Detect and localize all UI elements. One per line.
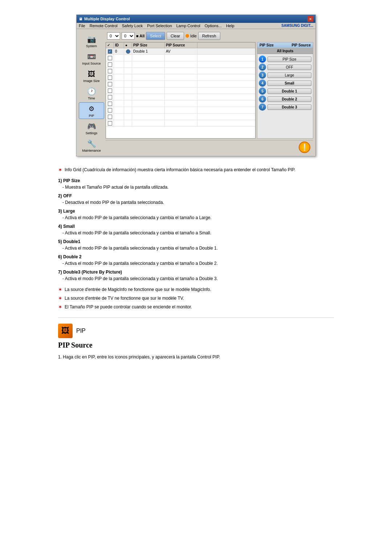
item-label: Small (268, 81, 311, 86)
checkbox-icon[interactable] (108, 108, 112, 112)
close-button[interactable]: ✕ (307, 16, 313, 22)
row-id: 0 (114, 48, 124, 54)
row-radio[interactable] (124, 48, 132, 54)
data-grid: ✓ ID ● PIP Size PIP Source ✓ 0 (106, 42, 256, 139)
item-num: 4) (58, 224, 63, 229)
rp-header-left: PIP Size (260, 43, 274, 47)
checkbox-icon[interactable] (108, 56, 112, 60)
table-row (106, 107, 255, 114)
image-size-icon: 🖼 (85, 69, 98, 79)
item-label: OFF (63, 193, 72, 198)
list-item[interactable]: 5 Double 1 (259, 87, 311, 95)
checkbox-icon[interactable] (108, 62, 112, 67)
sidebar-item-system[interactable]: 📷 System (79, 33, 104, 49)
pip-section-header: 🖼 PIP (58, 324, 334, 338)
item-number: 3 (259, 71, 266, 79)
list-item[interactable]: 2 OFF (259, 63, 311, 71)
row-checkbox[interactable]: ✓ (106, 48, 114, 54)
item-sub: Activa el modo PIP de la pantalla selecc… (62, 214, 334, 221)
checkbox-icon[interactable] (108, 115, 112, 119)
sidebar-item-input-source[interactable]: 📼 Input Source (79, 50, 104, 67)
sidebar-label-maintenance: Maintenance (82, 149, 101, 152)
sidebar-item-settings[interactable]: 🎮 Settings (79, 120, 104, 136)
bullet-note: ✶ La source d'entrée de TV ne fonctionne… (58, 295, 334, 301)
samsung-logo: SAMSUNG DIGIT... (281, 24, 313, 28)
item-label: Double1 (63, 239, 80, 244)
table-row (106, 55, 255, 61)
rp-section-header: All Inputs (257, 48, 313, 54)
window-title: Multiple Display Control (84, 17, 130, 21)
item-sub: Activa el modo PIP de la pantalla selecc… (62, 275, 334, 282)
refresh-button[interactable]: Refresh (198, 32, 220, 40)
sidebar-label-image-size: Image Size (83, 79, 99, 83)
main-area: 📷 System 📼 Input Source 🖼 Image Size 🕐 T… (77, 29, 315, 156)
note-text: El Tamaño PIP se puede controlar cuando … (65, 304, 192, 310)
checkbox-icon[interactable] (108, 95, 112, 99)
checkbox-icon[interactable] (108, 75, 112, 80)
star-icon: ✶ (58, 304, 62, 310)
pip-section-icon: 🖼 (58, 324, 73, 338)
item-label: Large (268, 73, 311, 78)
item-sub: Activa el modo PIP de la pantalla selecc… (62, 245, 334, 251)
row-pip-size: Double 1 (132, 48, 165, 54)
all-label: ■ All (136, 34, 144, 38)
sidebar-item-pip[interactable]: ⚙ PIP (79, 102, 104, 119)
system-icon: 📷 (85, 34, 98, 44)
list-item[interactable]: 4 Small (259, 79, 311, 87)
item-num: 1) (58, 178, 63, 183)
checkbox-icon[interactable] (108, 69, 112, 73)
grid-header: ✓ ID ● PIP Size PIP Source (106, 42, 255, 48)
item-label: Large (63, 209, 75, 214)
rp-header-right: PIP Source (291, 43, 311, 47)
rp-items: 1 PIP Size 2 OFF 3 Large (257, 54, 313, 112)
list-item[interactable]: 3 Large (259, 71, 311, 79)
table-row (106, 114, 255, 120)
checkbox-icon[interactable] (108, 82, 112, 86)
bottom-bar: ❕ (106, 140, 313, 154)
menu-safety-lock[interactable]: Safety Lock (122, 24, 143, 28)
table-row[interactable]: ✓ 0 Double 1 AV (106, 48, 255, 55)
list-item: 2) OFF Desactiva el modo PIP de la panta… (58, 193, 334, 206)
checkbox-icon[interactable] (108, 89, 112, 93)
select-button[interactable]: Select (146, 32, 165, 40)
sidebar-item-image-size[interactable]: 🖼 Image Size (79, 67, 104, 84)
checkbox-icon[interactable] (108, 121, 112, 126)
item-number: 7 (259, 103, 266, 111)
maintenance-icon: 🔧 (85, 139, 98, 149)
menu-port-selection[interactable]: Port Selection (147, 24, 172, 28)
menu-file[interactable]: File (79, 24, 85, 28)
col-id: ID (114, 42, 124, 48)
menu-lamp-control[interactable]: Lamp Control (176, 24, 200, 28)
menu-help[interactable]: Help (226, 24, 234, 28)
item-sub: Activa el modo PIP de la pantalla selecc… (62, 260, 334, 267)
checkbox-icon[interactable] (108, 102, 112, 106)
numbered-list: 1) PIP Size Muestra el Tamaño PIP actual… (58, 177, 334, 282)
list-item: 1) PIP Size Muestra el Tamaño PIP actual… (58, 177, 334, 190)
alert-button[interactable]: ❕ (299, 141, 310, 153)
item-number: 1 (259, 56, 266, 63)
sidebar-item-time[interactable]: 🕐 Time (79, 85, 104, 102)
item-label: Double 1 (268, 89, 311, 94)
item-number: 6 (259, 95, 266, 103)
item-num: 7) (58, 270, 63, 275)
star-icon: ✶ (58, 287, 62, 292)
item-number: 5 (259, 87, 266, 95)
item-num: 5) (58, 239, 63, 244)
list-item[interactable]: 7 Double 3 (259, 103, 311, 111)
table-row (106, 94, 255, 100)
app-window: 🖥 Multiple Display Control ✕ File Remote… (76, 15, 316, 156)
sidebar-item-maintenance[interactable]: 🔧 Maintenance (79, 137, 104, 154)
list-item[interactable]: 6 Double 2 (259, 95, 311, 103)
col-radio: ● (124, 42, 132, 48)
table-row (106, 61, 255, 68)
col-check: ✓ (106, 42, 114, 48)
menu-options[interactable]: Options... (205, 24, 222, 28)
idle-indicator: Idle (185, 34, 197, 38)
value2-select[interactable]: 0 (122, 32, 135, 40)
item-num: 3) (58, 209, 63, 214)
list-item[interactable]: 1 PIP Size (259, 56, 311, 63)
clear-button[interactable]: Clear (167, 32, 184, 40)
value1-select[interactable]: 0 (107, 32, 120, 40)
row-pip-source: AV (165, 48, 197, 54)
menu-remote-control[interactable]: Remote Control (90, 24, 118, 28)
